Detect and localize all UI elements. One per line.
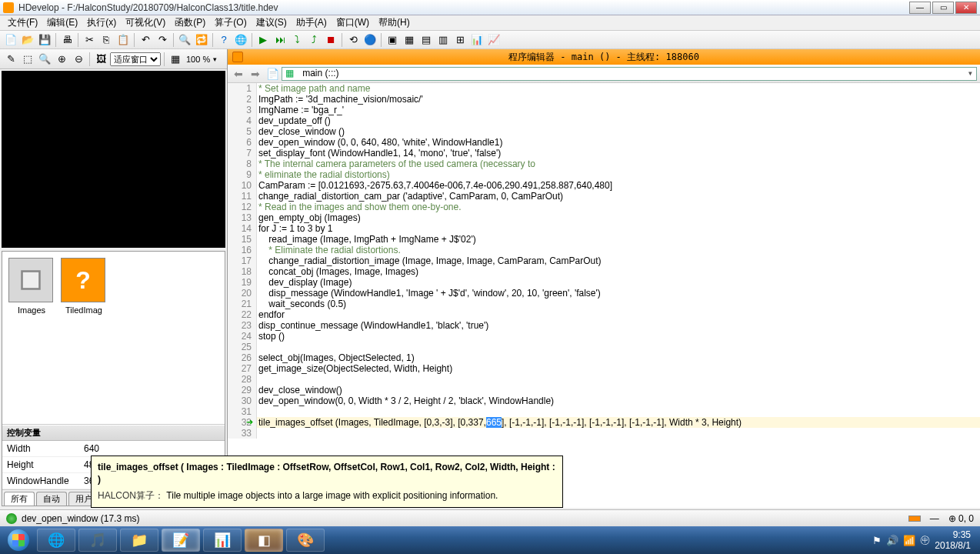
zoom-out-icon[interactable]: ⊖ (71, 52, 86, 67)
code-line[interactable]: 24stop () (228, 331, 980, 342)
code-line[interactable]: 1* Set image path and name (228, 83, 980, 94)
code-line[interactable]: 23disp_continue_message (WindowHandle1, … (228, 320, 980, 331)
step-into-button[interactable]: ⤵ (289, 32, 305, 48)
copy-button[interactable]: ⎘ (98, 32, 114, 48)
nav-up-button[interactable]: 📄 (265, 66, 280, 82)
tray-flag-icon[interactable]: ⚑ (872, 535, 882, 546)
zoom-in-icon[interactable]: ⊕ (54, 52, 69, 67)
code-line[interactable]: 15 read_image (Image, ImgPath + ImgName … (228, 234, 980, 245)
ctrl-tab-auto[interactable]: 自动 (36, 492, 67, 506)
code-line[interactable]: 14for J := 1 to 3 by 1 (228, 223, 980, 234)
code-line[interactable]: 19 dev_display (Image) (228, 277, 980, 288)
menu-edit[interactable]: 编辑(E) (42, 16, 82, 29)
select-tool[interactable]: ⬚ (20, 52, 35, 67)
help-button[interactable]: ? (216, 32, 232, 48)
step-out-button[interactable]: ⤴ (306, 32, 322, 48)
code-line[interactable]: 9* eliminate the radial distortions) (228, 169, 980, 180)
step-over-button[interactable]: ⏭ (272, 32, 288, 48)
menu-file[interactable]: 文件(F) (3, 16, 42, 29)
code-line[interactable]: 18 concat_obj (Images, Image, Images) (228, 266, 980, 277)
code-line[interactable]: 8* The internal camera parameters of the… (228, 159, 980, 169)
menu-help[interactable]: 帮助(H) (374, 16, 415, 29)
code-line[interactable]: 31 (228, 406, 980, 417)
nav-back-button[interactable]: ⬅ (231, 66, 246, 82)
function-selector[interactable]: main (:::) (282, 67, 977, 81)
nav-forward-button[interactable]: ➡ (248, 66, 263, 82)
task-excel[interactable]: 📊 (203, 529, 242, 552)
code-line[interactable]: 30dev_open_window(0, 0, Width * 3 / 2, H… (228, 395, 980, 406)
find-button[interactable]: 🔍 (177, 32, 192, 48)
close-button[interactable]: ✕ (955, 2, 977, 14)
graphics-window[interactable] (2, 71, 225, 248)
window-btn-2[interactable]: ▦ (402, 32, 417, 48)
save-button[interactable]: 💾 (37, 32, 52, 48)
pointer-tool[interactable]: ✎ (3, 52, 18, 67)
status-slider[interactable]: — (930, 513, 939, 524)
code-line[interactable]: 6dev_open_window (0, 0, 640, 480, 'white… (228, 137, 980, 148)
code-line[interactable]: 26select_obj(Images, ObjectSelected, 1) (228, 352, 980, 363)
code-line[interactable]: 3ImgName := 'bga_r_' (228, 105, 980, 115)
code-line[interactable]: 28 (228, 374, 980, 385)
tray-sound-icon[interactable]: 🔊 (886, 535, 898, 546)
cut-button[interactable]: ✂ (82, 32, 97, 48)
tray-ime-icon[interactable]: ㊥ (920, 533, 930, 547)
menu-operators[interactable]: 算子(O) (210, 16, 251, 29)
undo-button[interactable]: ↶ (138, 32, 153, 48)
system-tray[interactable]: ⚑ 🔊 📶 ㊥ 9:35 2018/8/1 (872, 529, 977, 552)
code-line[interactable]: 16 * Eliminate the radial distortions. (228, 245, 980, 255)
menu-assistants[interactable]: 助手(A) (292, 16, 332, 29)
paste-button[interactable]: 📋 (115, 32, 131, 48)
run-button[interactable]: ▶ (255, 32, 271, 48)
code-editor[interactable]: 1* Set image path and name2ImgPath := '3… (228, 83, 980, 508)
code-line[interactable]: 7set_display_font (WindowHandle1, 14, 'm… (228, 148, 980, 159)
open-button[interactable]: 📂 (20, 32, 35, 48)
start-button[interactable] (3, 528, 34, 552)
menu-window[interactable]: 窗口(W) (332, 16, 374, 29)
code-line[interactable]: 12* Read in the images and show them one… (228, 202, 980, 212)
menu-suggestions[interactable]: 建议(S) (252, 16, 292, 29)
chart-btn-2[interactable]: 📈 (486, 32, 502, 48)
menu-functions[interactable]: 函数(P) (170, 16, 210, 29)
task-hdevelop[interactable]: ◧ (245, 529, 283, 552)
var-icon-images[interactable]: Images (8, 258, 55, 315)
code-line[interactable]: 10CamParam := [0.0121693,-2675.63,7.4004… (228, 180, 980, 191)
code-line[interactable]: 5dev_close_window () (228, 126, 980, 137)
code-line[interactable]: 25 (228, 342, 980, 352)
code-line[interactable]: 13gen_empty_obj (Images) (228, 212, 980, 223)
menu-execute[interactable]: 执行(x) (82, 16, 121, 29)
image-tool[interactable]: 🖼 (93, 52, 108, 67)
print-button[interactable]: 🖶 (59, 32, 75, 48)
window-btn-4[interactable]: ▥ (435, 32, 451, 48)
code-line[interactable]: 17 change_radial_distortion_image (Image… (228, 255, 980, 266)
code-line[interactable]: 21 wait_seconds (0.5) (228, 299, 980, 309)
task-media[interactable]: 🎵 (78, 529, 117, 552)
zoom-tool[interactable]: 🔍 (37, 52, 52, 67)
taskbar-clock[interactable]: 9:35 2018/8/1 (935, 529, 971, 552)
grid-icon[interactable]: ▦ (168, 52, 183, 67)
code-line[interactable]: 22endfor (228, 309, 980, 320)
replace-button[interactable]: 🔁 (194, 32, 209, 48)
code-line[interactable]: 32tile_images_offset (Images, TiledImage… (228, 417, 980, 428)
code-line[interactable]: 11change_radial_distortion_cam_par ('ada… (228, 191, 980, 202)
tray-network-icon[interactable]: 📶 (903, 535, 915, 546)
maximize-button[interactable]: ▭ (932, 2, 954, 14)
fit-select[interactable]: 适应窗口 (110, 52, 161, 66)
chart-btn-1[interactable]: 📊 (469, 32, 485, 48)
reset-button[interactable]: ⟲ (345, 32, 361, 48)
window-btn-3[interactable]: ▤ (418, 32, 434, 48)
task-paint[interactable]: 🎨 (286, 529, 325, 552)
zoom-dropdown-icon[interactable]: ▾ (213, 55, 217, 63)
menu-visualize[interactable]: 可视化(V) (121, 16, 170, 29)
code-line[interactable]: 29dev_close_window() (228, 385, 980, 395)
code-line[interactable]: 27get_image_size(ObjectSelected, Width, … (228, 363, 980, 374)
code-line[interactable]: 2ImgPath := '3d_machine_vision/mosaic/' (228, 94, 980, 105)
code-line[interactable]: 4dev_update_off () (228, 115, 980, 126)
redo-button[interactable]: ↷ (155, 32, 170, 48)
window-btn-5[interactable]: ⊞ (452, 32, 468, 48)
task-explorer[interactable]: 📁 (120, 529, 158, 552)
web-button[interactable]: 🌐 (233, 32, 248, 48)
task-ie[interactable]: 🌐 (37, 529, 75, 552)
new-button[interactable]: 📄 (3, 32, 18, 48)
stop-button[interactable]: ⏹ (323, 32, 338, 48)
code-line[interactable]: 20 disp_message (WindowHandle1, 'Image '… (228, 288, 980, 299)
